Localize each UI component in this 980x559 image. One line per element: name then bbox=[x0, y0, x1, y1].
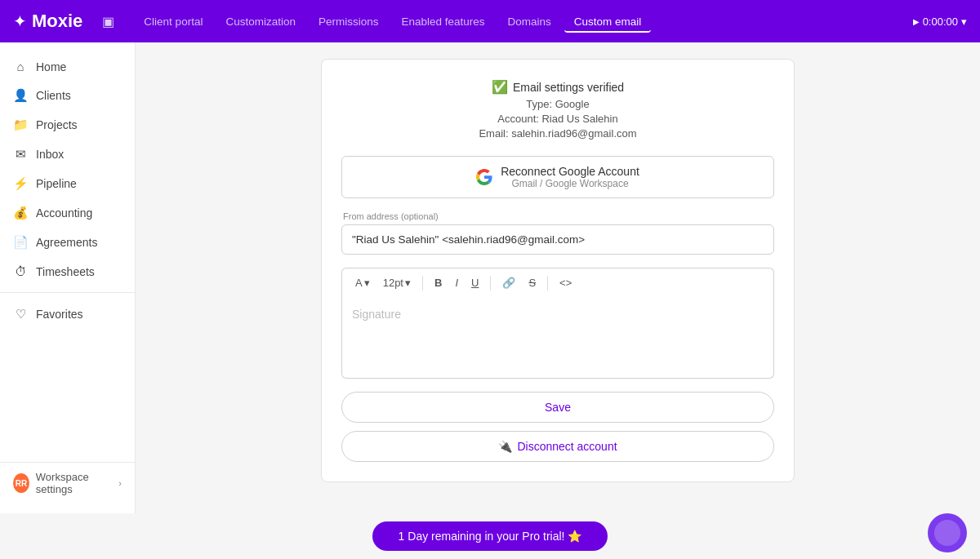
bold-icon: B bbox=[434, 277, 442, 289]
toolbar-divider-3 bbox=[547, 276, 548, 291]
favorites-icon: ♡ bbox=[13, 307, 28, 322]
verified-check-icon: ✅ bbox=[492, 79, 508, 95]
reconnect-google-button[interactable]: Reconnect Google Account Gmail / Google … bbox=[341, 156, 774, 198]
sidebar-item-agreements[interactable]: 📄 Agreements bbox=[0, 228, 135, 257]
sidebar-item-projects[interactable]: 📁 Projects bbox=[0, 110, 135, 140]
collapse-button[interactable]: ▣ bbox=[102, 14, 114, 29]
nav-client-portal[interactable]: Client portal bbox=[134, 11, 212, 33]
sidebar-label-favorites: Favorites bbox=[36, 308, 83, 321]
font-family-button[interactable]: A ▾ bbox=[350, 273, 375, 292]
top-bar-left: ✦ Moxie ▣ Client portal Customization Pe… bbox=[13, 11, 651, 33]
from-address-label: From address (optional) bbox=[341, 211, 774, 221]
projects-icon: 📁 bbox=[13, 118, 28, 132]
font-chevron-icon: ▾ bbox=[364, 277, 370, 289]
sidebar-item-timesheets[interactable]: ⏱ Timesheets bbox=[0, 257, 135, 286]
sidebar-label-pipeline: Pipeline bbox=[36, 177, 77, 190]
sidebar-item-pipeline[interactable]: ⚡ Pipeline bbox=[0, 169, 135, 198]
from-address-input[interactable] bbox=[341, 224, 774, 255]
strikethrough-button[interactable]: S bbox=[523, 273, 541, 292]
agreements-icon: 📄 bbox=[13, 235, 28, 250]
workspace-label: Workspace settings bbox=[36, 471, 113, 495]
code-button[interactable]: <> bbox=[555, 273, 577, 292]
font-size-button[interactable]: 12pt ▾ bbox=[378, 273, 416, 292]
bottom-bar: 1 Day remaining in your Pro trial! ⭐ bbox=[0, 513, 980, 559]
inbox-icon: ✉ bbox=[13, 147, 28, 162]
nav-enabled-features[interactable]: Enabled features bbox=[391, 11, 494, 33]
app-name: Moxie bbox=[32, 11, 82, 32]
timer-chevron-icon: ▾ bbox=[961, 16, 967, 28]
sidebar-label-agreements: Agreements bbox=[36, 236, 97, 249]
account-label: Account: Riad Us Salehin bbox=[341, 113, 774, 125]
timer-play-icon: ▶ bbox=[913, 17, 920, 26]
sidebar-item-clients[interactable]: 👤 Clients bbox=[0, 81, 135, 110]
sidebar-label-projects: Projects bbox=[36, 118, 78, 131]
font-size-label: 12pt bbox=[383, 277, 403, 289]
nav-customization[interactable]: Customization bbox=[216, 11, 305, 33]
link-button[interactable]: 🔗 bbox=[497, 273, 520, 292]
verified-section: ✅ Email settings verified Type: Google A… bbox=[341, 79, 774, 140]
chat-widget-icon bbox=[934, 520, 960, 546]
clients-icon: 👤 bbox=[13, 88, 28, 103]
pipeline-icon: ⚡ bbox=[13, 176, 28, 191]
code-icon: <> bbox=[559, 277, 572, 289]
nav-custom-email[interactable]: Custom email bbox=[564, 11, 652, 33]
reconnect-button-text: Reconnect Google Account Gmail / Google … bbox=[501, 165, 639, 189]
sidebar-label-accounting: Accounting bbox=[36, 206, 92, 220]
main-layout: ⌂ Home 👤 Clients 📁 Projects ✉ Inbox ⚡ Pi… bbox=[0, 42, 980, 513]
sidebar-item-accounting[interactable]: 💰 Accounting bbox=[0, 198, 135, 228]
top-nav: Client portal Customization Permissions … bbox=[134, 11, 651, 33]
google-logo-icon bbox=[476, 169, 492, 185]
workspace-settings-button[interactable]: RR Workspace settings › bbox=[0, 462, 135, 504]
disconnect-icon: 🔌 bbox=[498, 440, 512, 453]
sidebar-bottom: RR Workspace settings › bbox=[0, 462, 135, 504]
workspace-avatar: RR bbox=[13, 473, 29, 493]
font-icon: A bbox=[355, 277, 363, 289]
verified-text: Email settings verified bbox=[513, 81, 624, 94]
email-settings-card: ✅ Email settings verified Type: Google A… bbox=[321, 59, 795, 482]
disconnect-label: Disconnect account bbox=[517, 440, 617, 453]
chat-widget-button[interactable] bbox=[928, 513, 967, 552]
editor-placeholder: Signature bbox=[352, 308, 401, 321]
underline-icon: U bbox=[471, 277, 479, 289]
italic-button[interactable]: I bbox=[450, 273, 463, 292]
toolbar-divider-2 bbox=[490, 276, 491, 291]
email-label: Email: salehin.riad96@gmail.com bbox=[341, 127, 774, 140]
logo: ✦ Moxie bbox=[13, 11, 82, 32]
reconnect-sub-text: Gmail / Google Workspace bbox=[511, 178, 628, 189]
sidebar-divider bbox=[0, 292, 135, 293]
link-icon: 🔗 bbox=[502, 277, 515, 289]
sidebar: ⌂ Home 👤 Clients 📁 Projects ✉ Inbox ⚡ Pi… bbox=[0, 42, 136, 513]
sidebar-item-home[interactable]: ⌂ Home bbox=[0, 52, 135, 81]
font-size-chevron-icon: ▾ bbox=[405, 277, 411, 289]
top-bar: ✦ Moxie ▣ Client portal Customization Pe… bbox=[0, 0, 980, 42]
workspace-chevron-icon: › bbox=[118, 478, 122, 488]
sidebar-label-inbox: Inbox bbox=[36, 148, 64, 161]
toolbar-divider-1 bbox=[422, 276, 423, 291]
from-address-section: From address (optional) bbox=[341, 211, 774, 255]
disconnect-button[interactable]: 🔌 Disconnect account bbox=[341, 431, 774, 462]
sidebar-label-home: Home bbox=[36, 60, 66, 73]
pro-trial-banner[interactable]: 1 Day remaining in your Pro trial! ⭐ bbox=[372, 521, 608, 551]
verified-row: ✅ Email settings verified bbox=[341, 79, 774, 95]
underline-button[interactable]: U bbox=[466, 273, 483, 292]
sidebar-item-inbox[interactable]: ✉ Inbox bbox=[0, 140, 135, 169]
reconnect-main-text: Reconnect Google Account bbox=[501, 165, 639, 178]
content-area: ✅ Email settings verified Type: Google A… bbox=[136, 42, 980, 513]
bold-button[interactable]: B bbox=[430, 273, 447, 292]
top-bar-right: ▶ 0:00:00 ▾ bbox=[913, 16, 967, 28]
nav-permissions[interactable]: Permissions bbox=[309, 11, 389, 33]
timer-display: 0:00:00 bbox=[923, 16, 958, 28]
nav-domains[interactable]: Domains bbox=[498, 11, 561, 33]
timer-button[interactable]: ▶ 0:00:00 ▾ bbox=[913, 16, 967, 28]
accounting-icon: 💰 bbox=[13, 206, 28, 220]
signature-editor[interactable]: Signature bbox=[341, 297, 774, 379]
strikethrough-icon: S bbox=[528, 277, 536, 289]
italic-icon: I bbox=[455, 277, 458, 289]
home-icon: ⌂ bbox=[13, 60, 28, 73]
sidebar-item-favorites[interactable]: ♡ Favorites bbox=[0, 299, 135, 329]
sidebar-label-clients: Clients bbox=[36, 89, 71, 102]
sidebar-label-timesheets: Timesheets bbox=[36, 265, 95, 278]
timesheets-icon: ⏱ bbox=[13, 264, 28, 278]
editor-toolbar: A ▾ 12pt ▾ B I U 🔗 bbox=[341, 268, 774, 297]
save-button[interactable]: Save bbox=[341, 392, 774, 423]
